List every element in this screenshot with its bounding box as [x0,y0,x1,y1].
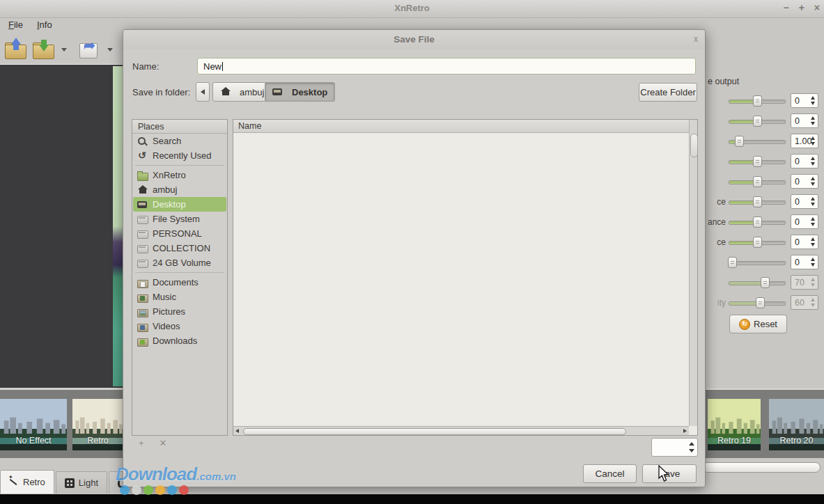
places-item[interactable]: COLLECTION [133,241,226,255]
slider-handle[interactable] [735,136,744,147]
spin-up-icon[interactable] [811,278,815,281]
spin-down-icon[interactable] [811,263,815,267]
places-item[interactable]: ambuj [133,182,226,197]
save-image-icon[interactable] [32,39,54,60]
slider[interactable] [729,277,784,288]
places-item[interactable]: Pictures [133,304,226,319]
close-button[interactable]: × [814,2,820,13]
places-item[interactable]: PERSONAL [133,226,226,241]
file-list[interactable]: Name [233,119,698,436]
places-item[interactable]: XnRetro [133,168,226,182]
add-bookmark-button[interactable]: + [139,438,144,448]
slider[interactable] [729,116,784,127]
remove-bookmark-button[interactable]: ✕ [160,438,167,448]
cancel-button[interactable]: Cancel [583,464,637,483]
reset-button[interactable]: ↻ Reset [729,315,787,333]
spin-up-icon[interactable] [811,177,815,180]
slider-handle[interactable] [753,237,762,248]
value-spinbox[interactable]: 0 [791,214,818,229]
spin-down-icon[interactable] [811,142,815,145]
dialog-close-icon[interactable]: x [694,34,698,44]
value-spinbox[interactable]: 1.00 [791,134,818,148]
spin-up-icon[interactable] [811,197,815,200]
places-item[interactable]: Downloads [133,333,226,348]
effect-thumbnail[interactable]: Retro [72,399,123,450]
spin-down-icon[interactable] [811,162,815,166]
slider[interactable] [729,95,784,107]
scroll-right-icon[interactable] [683,429,687,433]
value-spinbox[interactable]: 0 [791,154,818,168]
filename-input[interactable]: New [197,58,696,74]
spin-up-icon[interactable] [689,442,694,446]
slider[interactable] [729,156,784,167]
spin-down-icon[interactable] [811,122,815,125]
spin-up-icon[interactable] [811,237,815,241]
effect-thumbnail[interactable]: No Effect [0,399,67,450]
category-tab[interactable]: Retro [0,470,54,494]
spin-up-icon[interactable] [811,157,815,160]
value-spinbox[interactable]: 0 [791,174,818,189]
value-spinbox[interactable]: 0 [791,93,818,108]
spin-down-icon[interactable] [811,223,815,226]
slider-handle[interactable] [761,277,770,288]
name-column-header[interactable]: Name [233,120,689,133]
spin-up-icon[interactable] [811,136,815,140]
slider-handle[interactable] [756,297,765,308]
value-spinbox[interactable]: 60 [791,295,818,310]
path-back-button[interactable] [196,82,210,102]
menu-item[interactable]: File [6,18,26,33]
category-tab[interactable]: Light [56,471,107,494]
caret-down-icon[interactable] [61,48,67,52]
value-spinbox[interactable]: 0 [791,113,818,128]
spin-down-icon[interactable] [811,304,815,307]
places-item[interactable]: Recently Used [133,148,226,163]
places-item[interactable]: Desktop [133,197,226,212]
slider-handle[interactable] [753,116,762,127]
slider-handle[interactable] [753,216,762,228]
effect-thumbnail[interactable]: Retro 19 [708,399,761,450]
places-item[interactable]: File System [133,212,226,226]
spin-down-icon[interactable] [811,243,815,246]
places-item[interactable]: Search [133,134,226,148]
maximize-button[interactable]: + [799,2,804,13]
spin-up-icon[interactable] [811,298,815,301]
spin-up-icon[interactable] [811,217,815,221]
thumbnail-scrollbar[interactable] [702,462,821,473]
slider-handle[interactable] [753,156,762,167]
menu-item[interactable]: Info [34,18,55,33]
slider-handle[interactable] [753,176,762,187]
slider-handle[interactable] [753,196,762,207]
spin-up-icon[interactable] [811,258,815,261]
spin-down-icon[interactable] [811,283,815,287]
places-item[interactable]: 24 GB Volume [133,255,226,270]
spin-down-icon[interactable] [811,102,815,105]
share-export-icon[interactable]: ➦ [78,39,100,60]
spin-down-icon[interactable] [811,203,815,206]
spin-up-icon[interactable] [811,116,815,120]
minimize-button[interactable]: − [783,2,788,13]
slider-handle[interactable] [753,95,762,107]
spin-up-icon[interactable] [811,96,815,100]
open-image-icon[interactable] [4,39,26,60]
slider[interactable] [729,176,784,187]
value-spinbox[interactable]: 0 [791,194,818,209]
value-spinbox[interactable]: 0 [791,235,818,249]
caret-down-icon[interactable] [107,48,113,52]
scrollbar-thumb[interactable] [690,134,698,157]
places-item[interactable]: Videos [133,319,226,333]
places-item[interactable]: Music [133,290,226,304]
slider[interactable] [729,297,784,308]
vertical-scrollbar[interactable] [689,120,697,426]
value-spinbox[interactable]: 70 [791,275,818,290]
places-item[interactable]: Documents [133,275,226,290]
effect-thumbnail[interactable]: Retro 20 [769,399,824,450]
slider[interactable] [729,196,784,207]
path-segment-button[interactable]: Desktop [265,82,335,102]
slider[interactable] [729,216,784,228]
create-folder-button[interactable]: Create Folder [639,83,697,102]
spin-down-icon[interactable] [811,182,815,186]
slider-handle[interactable] [728,257,737,268]
slider[interactable] [729,257,784,268]
scroll-left-icon[interactable] [235,429,239,433]
path-segment-button[interactable]: ambuj [212,82,272,102]
